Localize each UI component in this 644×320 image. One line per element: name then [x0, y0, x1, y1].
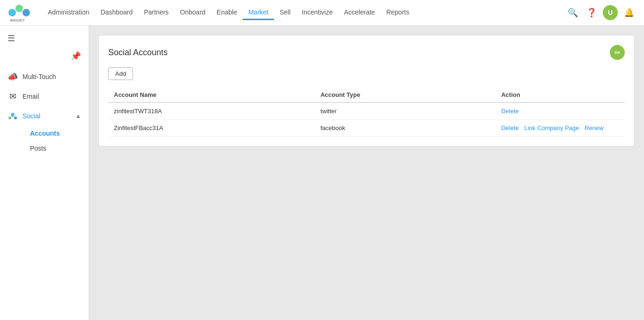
- nav-market[interactable]: Market: [243, 6, 274, 20]
- account-name-0: zinfitestTWT318A: [108, 102, 315, 120]
- table-header: Account Name Account Type Action: [108, 87, 625, 102]
- delete-link-0[interactable]: Delete: [501, 108, 519, 115]
- col-header-account-type: Account Type: [315, 87, 496, 102]
- bell-icon: 🔔: [624, 7, 634, 18]
- search-button[interactable]: 🔍: [565, 5, 580, 20]
- sidebar-toggle[interactable]: ☰: [0, 29, 89, 47]
- nav-enable[interactable]: Enable: [211, 6, 243, 20]
- multitouch-icon: 📣: [7, 72, 18, 82]
- col-header-action: Action: [496, 87, 625, 102]
- app-body: ☰ 📌 📣 Multi-Touch ✉ Email Social: [0, 26, 644, 320]
- content-card: Social Accounts ✏ Add Account Name Accou…: [98, 35, 635, 146]
- account-name-1: ZinfitestFBacc31A: [108, 120, 315, 137]
- chevron-up-icon: ▲: [75, 113, 81, 119]
- renew-link[interactable]: Renew: [585, 124, 603, 131]
- add-account-button[interactable]: Add: [108, 67, 133, 80]
- nav-onboard[interactable]: Onboard: [174, 6, 211, 20]
- svg-text:WIDGET: WIDGET: [10, 18, 25, 22]
- search-icon: 🔍: [568, 7, 578, 18]
- sidebar-item-multitouch-label: Multi-Touch: [22, 73, 56, 80]
- card-header: Social Accounts ✏: [108, 45, 625, 60]
- table-row: zinfitestTWT318A twitter Delete: [108, 102, 625, 120]
- col-header-account-name: Account Name: [108, 87, 315, 102]
- nav-partners[interactable]: Partners: [138, 6, 174, 20]
- table-body: zinfitestTWT318A twitter Delete Zinfites…: [108, 102, 625, 137]
- notifications-button[interactable]: 🔔: [622, 5, 637, 20]
- nav-links: Administration Dashboard Partners Onboar…: [42, 6, 565, 20]
- main-content: Social Accounts ✏ Add Account Name Accou…: [89, 26, 644, 320]
- action-cell-1: Delete Link Company Page Renew: [496, 120, 625, 137]
- sidebar-item-email[interactable]: ✉ Email: [0, 87, 89, 106]
- help-icon: ❓: [586, 7, 597, 18]
- nav-dashboard[interactable]: Dashboard: [95, 6, 139, 20]
- action-cell-0: Delete: [496, 102, 625, 120]
- sidebar: ☰ 📌 📣 Multi-Touch ✉ Email Social: [0, 26, 89, 320]
- svg-point-1: [15, 5, 23, 12]
- nav-sell[interactable]: Sell: [274, 6, 296, 20]
- svg-point-0: [8, 9, 16, 16]
- table-row: ZinfitestFBacc31A facebook Delete Link C…: [108, 120, 625, 137]
- nav-right: 🔍 ❓ U 🔔: [565, 5, 637, 20]
- top-nav: WIDGET NETWORKS Administration Dashboard…: [0, 0, 644, 26]
- nav-accelerate[interactable]: Accelerate: [339, 6, 381, 20]
- user-avatar-button[interactable]: U: [603, 5, 618, 20]
- sidebar-item-social-label: Social: [22, 112, 40, 120]
- sidebar-item-multitouch[interactable]: 📣 Multi-Touch: [0, 67, 89, 87]
- sidebar-submenu-social: Accounts Posts: [0, 126, 89, 156]
- svg-point-5: [11, 113, 15, 116]
- svg-point-2: [22, 9, 30, 16]
- edit-icon: ✏: [614, 48, 621, 57]
- edit-button[interactable]: ✏: [610, 45, 625, 60]
- email-icon: ✉: [7, 91, 18, 102]
- avatar-initial: U: [608, 9, 613, 16]
- sidebar-pin[interactable]: 📌: [0, 49, 89, 63]
- page-title: Social Accounts: [108, 48, 168, 58]
- delete-link-1[interactable]: Delete: [501, 124, 519, 131]
- social-icon: [7, 111, 18, 121]
- accounts-table: Account Name Account Type Action zinfite…: [108, 87, 625, 137]
- sidebar-subitem-posts[interactable]: Posts: [22, 141, 89, 156]
- help-button[interactable]: ❓: [584, 5, 599, 20]
- account-type-1: facebook: [315, 120, 496, 137]
- sidebar-item-email-label: Email: [22, 93, 39, 100]
- logo: WIDGET NETWORKS: [7, 4, 33, 22]
- account-type-0: twitter: [315, 102, 496, 120]
- nav-reports[interactable]: Reports: [381, 6, 415, 20]
- sidebar-subitem-accounts[interactable]: Accounts: [22, 126, 89, 141]
- nav-incentivize[interactable]: Incentivize: [296, 6, 338, 20]
- link-company-page-link[interactable]: Link Company Page: [524, 124, 579, 131]
- sidebar-item-social[interactable]: Social ▲: [0, 106, 89, 126]
- menu-icon: ☰: [7, 33, 15, 44]
- nav-administration[interactable]: Administration: [42, 6, 95, 20]
- pin-icon: 📌: [71, 51, 81, 61]
